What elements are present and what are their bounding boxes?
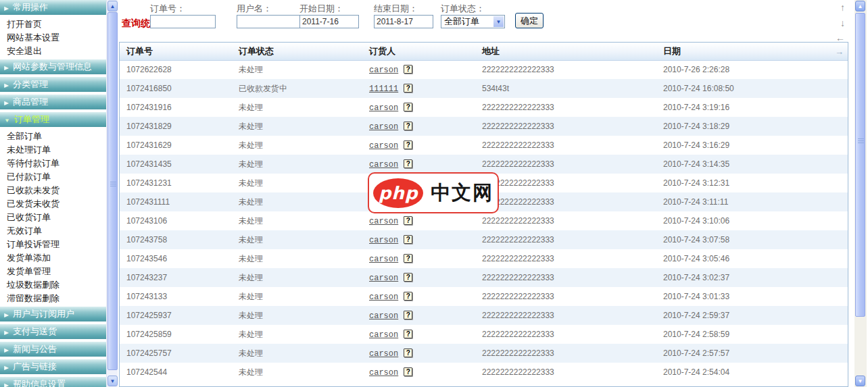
- sidebar-item[interactable]: 已收货订单: [0, 211, 106, 224]
- sidebar-section-label: 网站参数与管理信息: [13, 61, 92, 72]
- sidebar-item[interactable]: 发货单添加: [0, 251, 106, 265]
- chevron-right-icon: ▶: [4, 378, 9, 387]
- order-no-input[interactable]: [150, 15, 216, 28]
- sidebar-item[interactable]: 已付款订单: [0, 170, 106, 184]
- field-label: 订单状态：: [441, 3, 505, 14]
- date-cell: 2010-7-24 3:05:46: [656, 249, 848, 268]
- buyer-name-link[interactable]: carson: [369, 66, 398, 75]
- buyer-name-link[interactable]: carson: [369, 103, 398, 113]
- sidebar-scroll-thumb[interactable]: [107, 12, 118, 370]
- sidebar-item[interactable]: 订单投诉管理: [0, 238, 106, 251]
- help-icon[interactable]: ?: [404, 330, 412, 338]
- help-icon[interactable]: ?: [404, 311, 412, 319]
- sidebar: ▶常用操作打开首页网站基本设置安全退出▶网站参数与管理信息▶分类管理▶商品管理▼…: [0, 0, 106, 387]
- order-status-select[interactable]: 全部订单▼: [441, 15, 505, 28]
- sidebar-item[interactable]: 打开首页: [0, 18, 106, 31]
- buyer-name-link[interactable]: carson: [369, 141, 398, 151]
- help-icon[interactable]: ?: [404, 140, 412, 149]
- buyer-name-link[interactable]: carson: [369, 292, 398, 302]
- help-icon[interactable]: ?: [404, 159, 412, 168]
- order-no-cell: 1072431629: [120, 136, 232, 155]
- sidebar-scroll-up-icon[interactable]: ▲: [107, 1, 118, 11]
- buyer-cell: carson?: [362, 155, 475, 174]
- page-scrollbar[interactable]: ▲ ▼: [854, 0, 867, 387]
- username-input[interactable]: [237, 15, 303, 28]
- order-status-cell: 未处理: [232, 155, 362, 174]
- orders-panel: → 订单号订单状态订货人地址日期 1072622628未处理carson?222…: [119, 42, 848, 387]
- date-cell: 2010-7-24 2:57:57: [656, 344, 848, 363]
- sidebar-item[interactable]: 等待付款订单: [0, 157, 106, 170]
- date-cell: 2010-7-24 3:14:35: [656, 155, 848, 174]
- end-date-input[interactable]: [374, 15, 433, 28]
- date-cell: 2010-7-24 3:11:11: [656, 192, 848, 211]
- sidebar-item[interactable]: 全部订单: [0, 130, 106, 143]
- table-row: 1072431829未处理carson?22222222222223332010…: [120, 117, 848, 136]
- column-header: 订货人: [362, 43, 475, 60]
- chevron-down-icon[interactable]: ▼: [493, 16, 504, 28]
- buyer-name-link[interactable]: carson: [369, 349, 398, 359]
- submit-button[interactable]: 确定: [515, 13, 544, 28]
- buyer-name-link[interactable]: carson: [369, 160, 398, 170]
- sidebar-item[interactable]: 无效订单: [0, 224, 106, 238]
- scroll-up-icon[interactable]: ↑: [840, 2, 845, 13]
- sidebar-item[interactable]: 已发货未收货: [0, 197, 106, 211]
- buyer-name-link[interactable]: carson: [369, 255, 398, 264]
- sidebar-section-6[interactable]: ▶支付与送货: [0, 324, 106, 339]
- sidebar-item[interactable]: 发货单管理: [0, 265, 106, 278]
- buyer-name-link[interactable]: 111111: [369, 84, 398, 94]
- scroll-left-icon[interactable]: ←: [836, 32, 845, 43]
- help-icon[interactable]: ?: [404, 84, 412, 93]
- start-date-input[interactable]: [299, 15, 359, 28]
- buyer-name-link[interactable]: carson: [369, 122, 398, 132]
- sidebar-scroll-down-icon[interactable]: ▼: [107, 376, 118, 386]
- sidebar-item[interactable]: 垃圾数据删除: [0, 278, 106, 292]
- date-cell: 2010-7-24 3:07:58: [656, 230, 848, 249]
- sidebar-section-8[interactable]: ▶广告与链接: [0, 359, 106, 374]
- sidebar-section-7[interactable]: ▶新闻与公告: [0, 342, 106, 357]
- sidebar-section-1[interactable]: ▶网站参数与管理信息: [0, 59, 106, 74]
- help-icon[interactable]: ?: [404, 216, 412, 225]
- sidebar-section-3[interactable]: ▶商品管理: [0, 95, 106, 109]
- buyer-name-link[interactable]: carson: [369, 368, 398, 378]
- sidebar-section-0[interactable]: ▶常用操作: [0, 0, 106, 15]
- buyer-name-link[interactable]: carson: [369, 274, 398, 283]
- help-icon[interactable]: ?: [404, 367, 412, 376]
- buyer-name-link[interactable]: carson: [369, 236, 398, 245]
- chevron-right-icon: ▶: [4, 308, 9, 321]
- sidebar-item[interactable]: 安全退出: [0, 45, 106, 58]
- query-field-start-date: 开始日期：: [299, 3, 359, 28]
- sidebar-item[interactable]: 网站基本设置: [0, 31, 106, 45]
- sidebar-item[interactable]: 滞留数据删除: [0, 292, 106, 305]
- address-cell: 2222222222222333: [475, 174, 656, 192]
- help-icon[interactable]: ?: [404, 254, 412, 263]
- sidebar-item[interactable]: 未处理订单: [0, 143, 106, 157]
- sidebar-scrollbar[interactable]: ▲ ▼: [106, 0, 118, 387]
- buyer-cell: carson?: [362, 136, 475, 155]
- sidebar-item[interactable]: 已收款未发货: [0, 184, 106, 197]
- buyer-cell: carson?: [362, 211, 475, 230]
- help-icon[interactable]: ?: [404, 103, 412, 111]
- order-status-cell: 未处理: [232, 60, 362, 79]
- help-icon[interactable]: ?: [404, 122, 412, 130]
- admin-page: ▶常用操作打开首页网站基本设置安全退出▶网站参数与管理信息▶分类管理▶商品管理▼…: [0, 0, 868, 387]
- sidebar-menu: ▶常用操作打开首页网站基本设置安全退出▶网站参数与管理信息▶分类管理▶商品管理▼…: [0, 0, 106, 387]
- buyer-name-link[interactable]: carson: [369, 311, 398, 321]
- scroll-down-icon[interactable]: ↓: [840, 18, 845, 28]
- buyer-name-link[interactable]: carson: [369, 330, 398, 340]
- help-icon[interactable]: ?: [404, 273, 412, 282]
- page-scroll-up-icon[interactable]: ▲: [855, 1, 865, 11]
- help-icon[interactable]: ?: [404, 292, 412, 301]
- buyer-name-link[interactable]: carson: [369, 217, 398, 226]
- help-icon[interactable]: ?: [404, 65, 412, 74]
- sidebar-section-2[interactable]: ▶分类管理: [0, 77, 106, 92]
- help-icon[interactable]: ?: [404, 235, 412, 244]
- page-scroll-thumb[interactable]: [855, 13, 865, 317]
- sidebar-section-5[interactable]: ▶用户与订阅用户: [0, 307, 106, 321]
- scroll-right-icon[interactable]: →: [835, 47, 844, 57]
- sidebar-section-4[interactable]: ▼订单管理: [0, 112, 106, 127]
- sidebar-section-label: 分类管理: [13, 79, 48, 89]
- page-scroll-down-icon[interactable]: ▼: [855, 376, 865, 386]
- sidebar-section-9[interactable]: ▶帮助信息设置: [0, 377, 106, 387]
- order-no-cell: 1072425937: [120, 306, 232, 325]
- help-icon[interactable]: ?: [404, 349, 412, 357]
